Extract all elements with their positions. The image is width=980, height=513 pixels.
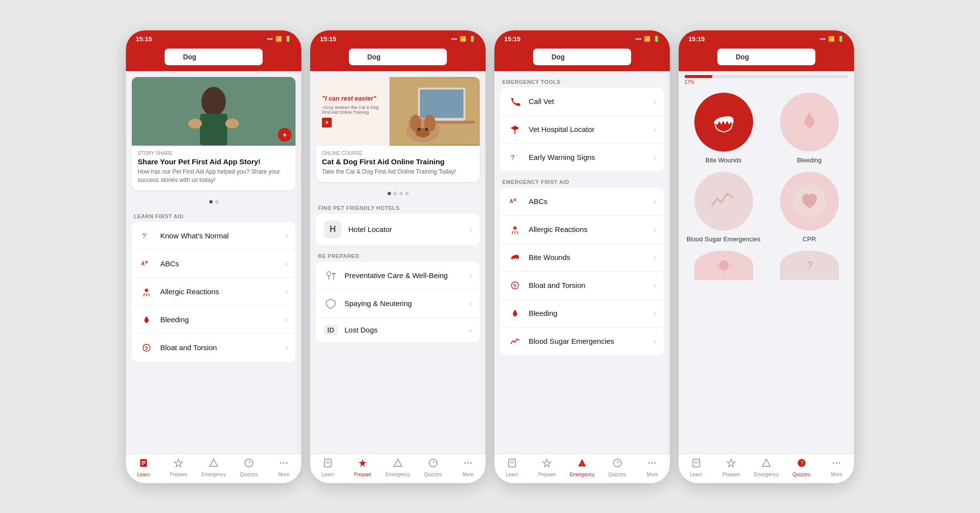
nav-quizzes-1[interactable]: ? Quizzes <box>231 458 267 477</box>
svg-line-55 <box>512 231 513 234</box>
grid-item-cpr[interactable]: CPR <box>770 172 848 243</box>
nav-prepare-1[interactable]: Prepare <box>161 458 196 477</box>
nav-emergency-2[interactable]: ! Emergency <box>380 458 416 477</box>
lost-dogs-item[interactable]: ID Lost Dogs › <box>316 318 480 342</box>
warning-icon-3: ? · <box>508 151 522 164</box>
nav-quizzes-4[interactable]: ? Quizzes <box>784 458 819 477</box>
quizzes-icon-2: ? <box>428 458 438 470</box>
header-tabs-1: Dog Cat <box>126 46 301 71</box>
abc-icon: A B <box>140 257 153 271</box>
screen-content-1: + Story Share Share Your Pet First Aid A… <box>126 71 301 454</box>
chevron-4: › <box>285 316 288 324</box>
hotel-locator-item[interactable]: H Hotel Locator › <box>316 214 480 245</box>
svg-line-14 <box>148 293 149 296</box>
cat-tab-4[interactable]: Cat <box>767 49 815 65</box>
list-item-bloat[interactable]: Bloat and Torsion › <box>132 334 295 361</box>
early-warning-item[interactable]: ? · Early Warning Signs › <box>500 144 664 171</box>
svg-text:?: ? <box>248 461 251 466</box>
cat-tab-3[interactable]: Cat <box>583 49 631 65</box>
nav-label-quizzes-2: Quizzes <box>424 472 442 477</box>
quiz-grid: Bite Wounds Bleeding <box>679 87 854 286</box>
dog-tab-2[interactable]: Dog <box>350 50 398 64</box>
nav-label-emergency-1: Emergency <box>201 472 226 477</box>
svg-text:?: ? <box>142 232 146 240</box>
list-item-know-normal[interactable]: ? · Know What's Normal › <box>132 222 295 250</box>
nav-emergency-1[interactable]: ! Emergency <box>196 458 231 477</box>
chevron-1: › <box>285 232 288 240</box>
cat-tab-2[interactable]: Cat <box>399 49 447 65</box>
nav-emergency-4[interactable]: ! Emergency <box>749 458 784 477</box>
bite-wounds-item[interactable]: Bite Wounds › <box>500 244 664 272</box>
progress-bar-bg <box>685 75 848 78</box>
status-bar-4: 15:15 ▪▪▪ 📶 🔋 <box>679 30 854 46</box>
cat-tab-1[interactable]: Cat <box>215 49 263 65</box>
more-icon-4 <box>832 458 841 470</box>
svg-point-47 <box>467 462 469 463</box>
bloat-chevron-3: › <box>654 282 656 289</box>
banner-img-left: "I can rest easier" -Ozzy reviews the Ca… <box>316 77 390 146</box>
nav-more-2[interactable]: More <box>450 458 486 477</box>
progress-value: 17% <box>685 79 848 85</box>
svg-text:?: ? <box>616 461 619 466</box>
abcs-item-3[interactable]: A B ABCs › <box>500 188 664 216</box>
grid-item-bleeding[interactable]: Bleeding <box>770 93 848 164</box>
nav-label-quizzes-3: Quizzes <box>609 472 626 477</box>
abcs-chevron-3: › <box>654 198 656 205</box>
section-first-aid: EMERGENCY FIRST AID <box>494 171 670 188</box>
blood-sugar-item[interactable]: Blood Sugar Emergencies › <box>500 328 664 355</box>
learn-icon-1 <box>139 458 148 470</box>
nav-learn-4[interactable]: Learn <box>679 458 714 477</box>
svg-point-48 <box>470 462 472 463</box>
grid-item-partial-1[interactable] <box>685 251 762 280</box>
svg-point-24 <box>286 462 288 463</box>
abc-icon-3: A B <box>508 195 522 208</box>
svg-rect-3 <box>200 113 227 145</box>
status-icons-1: ▪▪▪ 📶 🔋 <box>267 36 292 42</box>
nav-more-3[interactable]: More <box>635 458 670 477</box>
dog-tab-1[interactable]: Dog <box>166 50 214 64</box>
prepare-icon-3 <box>542 458 552 470</box>
dots-1 <box>126 196 301 205</box>
list-item-abcs[interactable]: A B ABCs › <box>132 250 295 278</box>
care-chevron: › <box>469 272 472 280</box>
list-item-bleeding[interactable]: Bleeding › <box>132 306 295 334</box>
header-tabs-3: Dog Cat <box>494 46 670 71</box>
bite-wounds-grid-label: Bite Wounds <box>706 156 741 164</box>
list-item-allergic[interactable]: Allergic Reactions › <box>132 278 295 306</box>
nav-prepare-4[interactable]: Prepare <box>714 458 749 477</box>
dog-tab-3[interactable]: Dog <box>534 50 582 64</box>
nav-learn-2[interactable]: Learn <box>310 458 345 477</box>
preventative-care-item[interactable]: Preventative Care & Well-Being › <box>316 262 480 290</box>
vet-hospital-item[interactable]: Vet Hospital Locator › <box>500 116 664 144</box>
bloat-item-3[interactable]: Bloat and Torsion › <box>500 272 664 300</box>
nav-prepare-3[interactable]: Prepare <box>530 458 565 477</box>
signal-icon-2: ▪▪▪ <box>451 36 457 42</box>
status-icons-2: ▪▪▪ 📶 🔋 <box>451 36 476 42</box>
bleeding-item-3[interactable]: Bleeding › <box>500 300 664 328</box>
spaying-item[interactable]: Spaying & Neutering › <box>316 290 480 318</box>
allergic-item-3[interactable]: Allergic Reactions › <box>500 216 664 244</box>
banner-card-1[interactable]: + Story Share Share Your Pet First Aid A… <box>132 77 295 190</box>
nav-quizzes-2[interactable]: ? Quizzes <box>416 458 451 477</box>
dog-tab-4[interactable]: Dog <box>718 50 766 64</box>
more-icon-3 <box>647 458 657 470</box>
banner-card-2[interactable]: "I can rest easier" -Ozzy reviews the Ca… <box>316 77 480 182</box>
screen-content-4: 17% Bite Wounds <box>679 71 854 454</box>
nav-emergency-3[interactable]: ! Emergency <box>564 458 600 477</box>
call-vet-item[interactable]: Call Vet › <box>500 88 664 116</box>
grid-item-partial-2[interactable]: ? <box>770 251 848 280</box>
tab-toggle-4: Dog Cat <box>717 49 815 65</box>
nav-prepare-2[interactable]: Prepare <box>345 458 381 477</box>
grid-item-bite[interactable]: Bite Wounds <box>685 93 762 164</box>
nav-more-1[interactable]: More <box>266 458 301 477</box>
bleeding-grid-label: Bleeding <box>797 156 822 164</box>
nav-learn-1[interactable]: Learn <box>126 458 161 477</box>
bottom-nav-3: Learn Prepare ! Emergency ? Quizzes <box>494 454 670 483</box>
time-1: 15:15 <box>136 35 152 43</box>
nav-quizzes-3[interactable]: ? Quizzes <box>600 458 635 477</box>
nav-learn-3[interactable]: Learn <box>494 458 530 477</box>
grid-item-blood-sugar[interactable]: Blood Sugar Emergencies <box>685 172 762 243</box>
nav-more-4[interactable]: More <box>819 458 854 477</box>
bottom-nav-2: Learn Prepare ! Emergency ? Quizzes <box>310 454 486 483</box>
blood-sugar-grid-label: Blood Sugar Emergencies <box>686 235 760 243</box>
